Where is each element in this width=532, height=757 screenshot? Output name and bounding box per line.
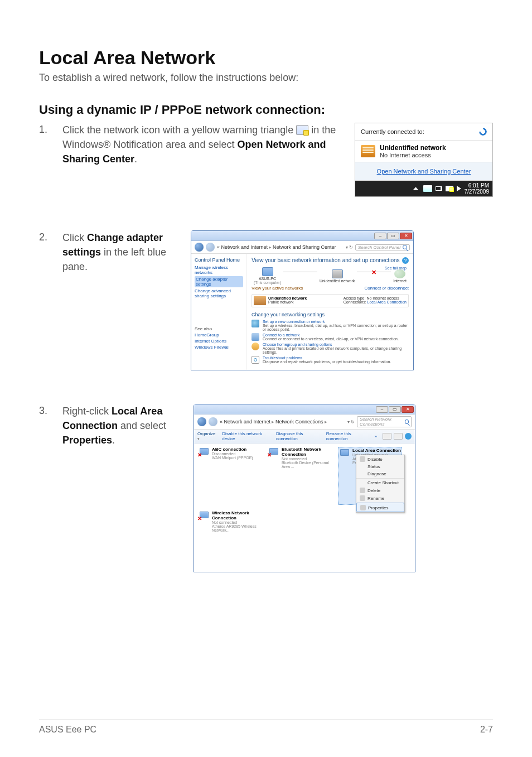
ctx-properties[interactable]: Properties [356,503,404,512]
show-hidden-icon[interactable] [412,185,420,192]
active-network-card: Unidentified network Public network Acce… [252,294,409,307]
search-icon [403,245,407,249]
see-also-homegroup[interactable]: HomeGroup [195,332,243,337]
titlebar[interactable]: – ▭ ✕ [191,231,413,241]
maximize-button[interactable]: ▭ [387,233,399,239]
help-icon[interactable]: ? [402,257,409,264]
side-link-change-adapter[interactable]: Change adapter settings [195,276,243,287]
network-row[interactable]: Unidentified network No Internet access [355,141,492,162]
close-button[interactable]: ✕ [402,406,414,413]
ctx-delete[interactable]: Delete [356,486,404,494]
toolbar-more[interactable]: » [375,434,377,439]
network-name: Unidentified network [380,144,446,152]
disconnect-x-icon: ✕ [371,269,376,276]
connect-disconnect-link[interactable]: Connect or disconnect [364,286,409,291]
forward-button[interactable] [206,243,215,252]
troubleshoot-icon [252,356,259,364]
step-number: 3. [39,404,57,417]
intro-text: To establish a wired network, follow the… [39,72,493,84]
section-heading: Using a dynamic IP / PPPoE network conne… [39,103,493,117]
task-connect-network[interactable]: Connect to a networkConnect or reconnect… [252,333,409,341]
see-also-firewall[interactable]: Windows Firewall [195,345,243,350]
network-map: See full map ASUS-PC (This computer) Uni… [252,267,409,285]
action-center-icon[interactable] [423,185,432,192]
network-popup: Currently connected to: Unidentified net… [355,123,493,197]
minimize-button[interactable]: – [376,406,388,413]
step-number: 1. [39,123,57,136]
task-troubleshoot[interactable]: Troubleshoot problemsDiagnose and repair… [252,356,409,364]
sharing-center-window: – ▭ ✕ « Network and Internet▸Network and… [191,230,414,370]
refresh-icon[interactable] [479,128,487,136]
main-heading: View your basic network information and … [252,257,400,264]
forward-button[interactable] [209,417,217,426]
network-icon [332,269,343,278]
context-menu: Disable Status Diagnose Create Shortcut … [356,455,405,513]
delete-icon [360,488,365,493]
back-button[interactable] [197,417,206,426]
change-settings-label: Change your networking settings [252,312,409,317]
view-button[interactable] [383,433,391,440]
page-footer: ASUS Eee PC 2-7 [39,720,493,735]
task-setup-connection[interactable]: Set up a new connection or networkSet up… [252,320,409,331]
setup-icon [252,320,259,327]
disable-icon [360,456,365,462]
help-button[interactable] [405,433,412,440]
back-button[interactable] [195,243,204,252]
toolbar: Organize Disable this network device Dia… [194,430,415,443]
network-bench-icon [361,145,375,157]
close-button[interactable]: ✕ [400,233,412,239]
diagnose-button[interactable]: Diagnose this connection [276,431,321,441]
side-heading[interactable]: Control Panel Home [195,257,243,263]
taskbar-clock[interactable]: 6:01 PM 7/27/2009 [465,182,490,195]
network-connections-window: – ▭ ✕ « Network and Internet▸Network Con… [194,404,415,572]
side-link-advanced-sharing[interactable]: Change advanced sharing settings [195,288,243,298]
task-homegroup[interactable]: Choose homegroup and sharing optionsAcce… [252,343,409,354]
see-also-internet-options[interactable]: Internet Options [195,339,243,344]
taskbar: 6:01 PM 7/27/2009 [355,181,492,196]
conn-abc[interactable]: ✕ ABC connectionDisconnectedWAN Miniport… [199,447,263,505]
lac-link[interactable]: Local Area Connection [367,300,407,304]
battery-icon[interactable] [436,186,442,191]
volume-icon[interactable] [457,186,461,191]
network-tray-icon-taskbar[interactable] [446,186,453,191]
ctx-rename[interactable]: Rename [356,494,404,502]
organize-menu[interactable]: Organize [197,431,216,441]
search-input[interactable]: Search Network Connections [357,416,412,427]
maximize-button[interactable]: ▭ [389,406,401,413]
conn-wireless[interactable]: ✕ Wireless Network ConnectionNot connect… [199,510,263,568]
preview-pane-button[interactable] [394,433,403,440]
homegroup-icon [252,343,259,350]
page-title: Local Area Network [39,47,493,69]
titlebar[interactable]: – ▭ ✕ [194,404,415,414]
ctx-diagnose[interactable]: Diagnose [356,470,404,478]
breadcrumb[interactable]: « Network and Internet▸Network and Shari… [217,244,344,250]
network-tray-icon [296,125,308,135]
connect-icon [252,333,259,341]
side-link-wireless[interactable]: Manage wireless networks [195,265,243,275]
popup-title: Currently connected to: [361,128,424,135]
left-pane: Control Panel Home Manage wireless netwo… [191,254,247,370]
search-icon [405,420,409,424]
active-networks-label: View your active networks [252,286,303,291]
globe-icon [394,269,405,278]
properties-icon [360,505,366,510]
network-status: No Internet access [380,152,446,158]
footer-product: ASUS Eee PC [39,725,96,735]
step3-text: Right-click Local Area Connection and se… [62,404,188,447]
ctx-shortcut[interactable]: Create Shortcut [356,478,404,486]
ctx-status[interactable]: Status [356,463,404,470]
footer-page-number: 2-7 [480,725,493,735]
minimize-button[interactable]: – [374,233,386,239]
ctx-disable[interactable]: Disable [356,455,404,463]
step1-text: Click the network icon with a yellow war… [62,123,349,166]
see-full-map-link[interactable]: See full map [385,266,407,270]
search-input[interactable]: Search Control Panel [355,244,410,250]
step2-text: Click Change adapter settings in the lef… [62,230,185,274]
rename-button[interactable]: Rename this connection [326,431,369,441]
breadcrumb[interactable]: « Network and Internet▸Network Connectio… [220,419,345,425]
open-sharing-center-link[interactable]: Open Network and Sharing Center [377,168,471,175]
rename-icon [360,495,365,501]
conn-bluetooth[interactable]: ✕ Bluetooth Network ConnectionNot connec… [268,447,332,505]
disable-device-button[interactable]: Disable this network device [222,431,270,441]
step-number: 2. [39,230,57,243]
